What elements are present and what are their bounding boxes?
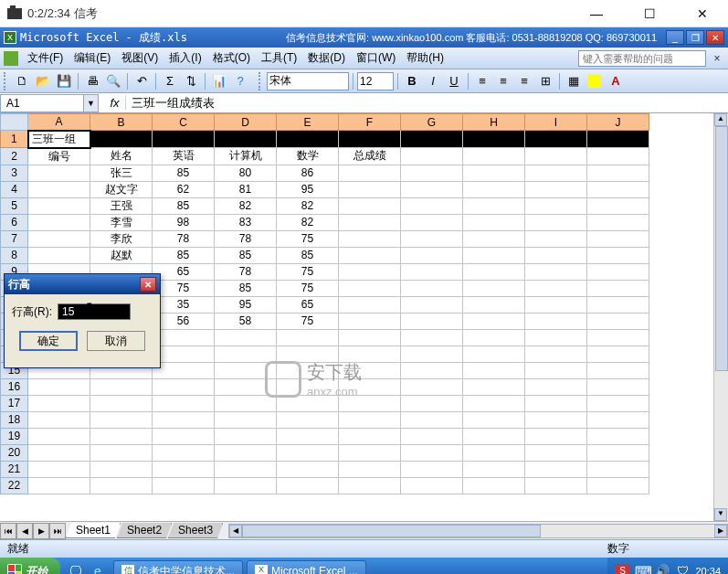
cell-D16[interactable]: [215, 378, 277, 395]
italic-button[interactable]: I: [423, 71, 443, 91]
cell-A5[interactable]: [28, 197, 90, 214]
cell-B6[interactable]: 李雪: [90, 214, 153, 230]
autosum-button[interactable]: Σ: [160, 71, 180, 91]
cell-I16[interactable]: [525, 378, 587, 395]
cell-F14[interactable]: [339, 345, 401, 362]
cell-F10[interactable]: [339, 280, 401, 296]
cell-J6[interactable]: [587, 214, 649, 230]
cell-D7[interactable]: 78: [215, 230, 277, 247]
cell-B17[interactable]: [90, 395, 153, 411]
cell-J7[interactable]: [587, 230, 649, 247]
font-color-button[interactable]: A: [606, 71, 626, 91]
cell-I22[interactable]: [525, 477, 587, 494]
cell-E20[interactable]: [277, 444, 339, 461]
cell-H4[interactable]: [463, 181, 525, 197]
cell-A8[interactable]: [28, 247, 90, 263]
cell-G3[interactable]: [401, 165, 463, 181]
bold-button[interactable]: B: [402, 71, 422, 91]
tray-volume-icon[interactable]: 🔊: [655, 564, 670, 574]
hscroll-left-button[interactable]: ◀: [229, 525, 242, 537]
cell-H20[interactable]: [463, 444, 525, 461]
cell-D20[interactable]: [215, 444, 277, 461]
cell-F19[interactable]: [339, 428, 401, 444]
merge-button[interactable]: ⊞: [535, 71, 555, 91]
cell-B5[interactable]: 王强: [90, 197, 153, 214]
row-header-5[interactable]: 5: [1, 197, 28, 214]
cell-G22[interactable]: [401, 477, 463, 494]
cell-D22[interactable]: [215, 477, 277, 494]
align-center-button[interactable]: ≡: [493, 71, 513, 91]
cell-F5[interactable]: [339, 197, 401, 214]
cell-F12[interactable]: [339, 313, 401, 329]
cell-J14[interactable]: [587, 345, 649, 362]
cell-I21[interactable]: [525, 461, 587, 477]
excel-restore-button[interactable]: ❐: [686, 30, 704, 45]
cell-J17[interactable]: [587, 395, 649, 411]
cell-I10[interactable]: [525, 280, 587, 296]
fx-button[interactable]: fx: [104, 96, 126, 110]
cell-I14[interactable]: [525, 345, 587, 362]
dialog-cancel-button[interactable]: 取消: [87, 331, 145, 351]
cell-F2[interactable]: 总成绩: [339, 148, 401, 165]
sort-button[interactable]: ⇅: [181, 71, 201, 91]
cell-G15[interactable]: [401, 362, 463, 378]
cell-J2[interactable]: [587, 148, 649, 165]
horizontal-scrollbar[interactable]: ◀ ▶: [228, 524, 728, 538]
menu-item-1[interactable]: 编辑(E): [69, 48, 116, 68]
cell-F17[interactable]: [339, 395, 401, 411]
cell-C16[interactable]: [153, 378, 215, 395]
col-header-J[interactable]: J: [587, 114, 649, 131]
cell-F15[interactable]: [339, 362, 401, 378]
cell-G12[interactable]: [401, 313, 463, 329]
menu-item-8[interactable]: 帮助(H): [401, 48, 449, 68]
cell-H21[interactable]: [463, 461, 525, 477]
cell-D21[interactable]: [215, 461, 277, 477]
cell-I18[interactable]: [525, 411, 587, 428]
cell-H14[interactable]: [463, 345, 525, 362]
cell-E17[interactable]: [277, 395, 339, 411]
cell-H22[interactable]: [463, 477, 525, 494]
taskbar-task-1[interactable]: XMicrosoft Excel ...: [247, 560, 366, 574]
cell-C21[interactable]: [153, 461, 215, 477]
cell-I5[interactable]: [525, 197, 587, 214]
cell-H10[interactable]: [463, 280, 525, 296]
cell-C17[interactable]: [153, 395, 215, 411]
borders-button[interactable]: ▦: [564, 71, 584, 91]
cell-G19[interactable]: [401, 428, 463, 444]
cell-D8[interactable]: 85: [215, 247, 277, 263]
cell-I15[interactable]: [525, 362, 587, 378]
workbook-close-button[interactable]: ×: [710, 52, 724, 65]
cell-D1[interactable]: [215, 131, 277, 148]
scroll-up-button[interactable]: ▲: [714, 113, 727, 126]
cell-I4[interactable]: [525, 181, 587, 197]
cell-A22[interactable]: [28, 477, 90, 494]
cell-A1[interactable]: 三班一组: [28, 131, 90, 148]
preview-button[interactable]: 🔍: [103, 71, 123, 91]
cell-C15[interactable]: [153, 362, 215, 378]
cell-G21[interactable]: [401, 461, 463, 477]
col-header-A[interactable]: A: [28, 114, 90, 131]
cell-D12[interactable]: 58: [215, 313, 277, 329]
cell-A3[interactable]: [28, 165, 90, 181]
cell-C18[interactable]: [153, 411, 215, 428]
row-header-18[interactable]: 18: [1, 411, 28, 428]
row-header-7[interactable]: 7: [1, 230, 28, 247]
cell-E18[interactable]: [277, 411, 339, 428]
cell-E16[interactable]: [277, 378, 339, 395]
cell-I2[interactable]: [525, 148, 587, 165]
dialog-close-button[interactable]: ✕: [140, 277, 156, 292]
cell-F1[interactable]: [339, 131, 401, 148]
cell-G16[interactable]: [401, 378, 463, 395]
cell-I1[interactable]: [525, 131, 587, 148]
cell-F3[interactable]: [339, 165, 401, 181]
cell-G7[interactable]: [401, 230, 463, 247]
row-header-1[interactable]: 1: [1, 131, 28, 148]
cell-C14[interactable]: [153, 345, 215, 362]
cell-F9[interactable]: [339, 263, 401, 280]
col-header-C[interactable]: C: [153, 114, 215, 131]
cell-B20[interactable]: [90, 444, 153, 461]
cell-D10[interactable]: 85: [215, 280, 277, 296]
sheet-tab-sheet2[interactable]: Sheet2: [117, 523, 172, 538]
row-header-17[interactable]: 17: [1, 395, 28, 411]
outer-minimize-button[interactable]: —: [578, 2, 615, 25]
